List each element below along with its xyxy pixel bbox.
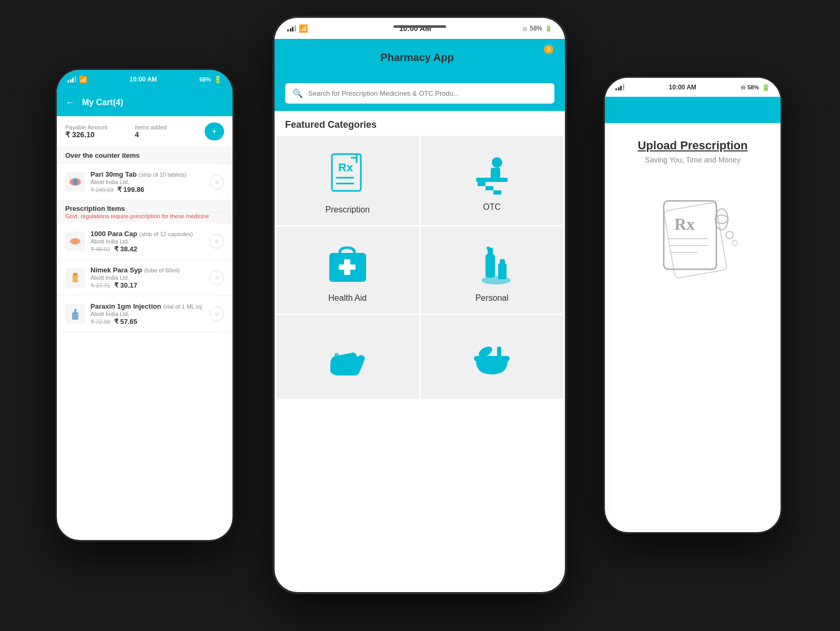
app-title: Pharmacy App (301, 52, 533, 64)
battery-icon: 🔋 (214, 76, 222, 84)
nimek-remove-button[interactable]: ○ (209, 270, 224, 285)
svg-rect-29 (500, 259, 505, 264)
category-otc[interactable]: OTC (421, 136, 564, 225)
cart-button[interactable]: 0 (533, 48, 550, 67)
back-arrow-icon[interactable]: ← (65, 97, 75, 108)
category-pointing[interactable] (276, 315, 419, 399)
para-cap-price: ₹ 48.02 ₹ 38.42 (90, 245, 204, 253)
prescription-section-header: Prescription Items Govt. regulations req… (57, 200, 232, 223)
svg-point-16 (492, 157, 502, 168)
otc-section-header: Over the counter items (57, 147, 232, 164)
right-battery-icon: 🔋 (762, 84, 770, 91)
otc-icon (468, 154, 515, 196)
rx-illustration-icon: Rx (640, 190, 745, 285)
right-signal-icon (615, 84, 624, 90)
nimek-brand: Abott India Ltd. (90, 274, 204, 281)
svg-point-30 (481, 276, 511, 284)
cart-item: Paraxin 1gm Injection (vial of 1 ML inj.… (57, 296, 232, 332)
prescription-warning: Govt. regulations require prescription f… (65, 213, 224, 219)
category-prescription[interactable]: Rx Prescription (276, 136, 419, 225)
cart-item: Pari 30mg Tab (strip of 10 tablets) Abot… (57, 164, 232, 200)
category-health-aid[interactable]: Health Aid (276, 227, 419, 313)
center-status-bar: 📶 10:00 AM ⍾ 58% 🔋 (275, 18, 565, 39)
svg-text:Rx: Rx (674, 215, 695, 233)
app-header: Pharmacy App 0 (275, 39, 565, 76)
pari-remove-button[interactable]: ○ (209, 175, 224, 189)
hamburger-menu-button[interactable] (289, 53, 301, 62)
svg-rect-25 (485, 254, 495, 278)
categories-grid: Rx Prescription (275, 136, 565, 399)
svg-point-9 (544, 59, 546, 62)
left-status-bar: 📶 10:00 AM 58% 🔋 (57, 70, 232, 89)
paraxin-name: Paraxin 1gm Injection (vial of 1 ML inj. (90, 302, 204, 310)
search-icon: 🔍 (292, 88, 303, 98)
wifi-icon: 📶 (79, 76, 87, 84)
right-bluetooth-icon: ⍾ (741, 84, 745, 91)
para-cap-remove-button[interactable]: ○ (209, 234, 224, 249)
add-more-button[interactable]: + (205, 123, 224, 140)
pointing-icon (325, 341, 370, 378)
health-aid-label: Health Aid (328, 293, 367, 303)
otc-section-title: Over the counter items (65, 151, 140, 159)
prescription-label: Prescription (326, 205, 370, 215)
item-image-paraxin (65, 304, 85, 324)
center-battery-icon: 🔋 (545, 25, 552, 32)
right-signal-area (615, 84, 624, 90)
svg-rect-33 (497, 347, 501, 362)
category-personal[interactable]: Personal (421, 227, 564, 313)
cart-header: ← My Cart(4) (57, 89, 232, 116)
left-battery-area: 58% 🔋 (199, 76, 222, 84)
center-wifi-icon: 📶 (299, 24, 308, 33)
payable-value: ₹ 326.10 (65, 130, 135, 139)
right-time: 10:00 AM (669, 84, 696, 91)
item-image-para-cap (65, 231, 85, 251)
svg-rect-20 (493, 190, 501, 195)
cart-item: Nimek Para Syp (tube of 60ml) Abott Indi… (57, 260, 232, 296)
center-phone-screen: 📶 10:00 AM ⍾ 58% 🔋 Pharmacy App (275, 18, 565, 592)
personal-label: Personal (475, 293, 509, 303)
cart-title: My Cart(4) (82, 98, 123, 107)
speaker-bar (393, 25, 446, 28)
rx-illustration-wrapper: Rx (615, 190, 770, 285)
svg-point-42 (715, 215, 728, 223)
svg-rect-6 (74, 309, 76, 313)
center-battery-text: 58% (530, 25, 542, 32)
para-cap-brand: Abott India Ltd. (90, 238, 204, 245)
pari-item-info: Pari 30mg Tab (strip of 10 tablets) Abot… (90, 170, 204, 194)
item-image-nimek (65, 268, 85, 288)
right-battery-text: 58% (747, 84, 759, 90)
svg-rect-21 (491, 168, 500, 178)
upload-title: Upload Prescription (615, 139, 770, 152)
right-status-bar: 10:00 AM ⍾ 58% 🔋 (605, 78, 781, 97)
nimek-name: Nimek Para Syp (tube of 60ml) (90, 266, 204, 274)
category-herbal[interactable] (421, 315, 564, 399)
svg-rect-32 (474, 356, 510, 361)
svg-text:Rx: Rx (338, 161, 353, 174)
center-signal-icon (287, 25, 296, 32)
svg-point-41 (715, 209, 728, 230)
signal-bars-icon (67, 76, 76, 83)
nimek-price: ₹ 37.71 ₹ 30.17 (90, 281, 204, 289)
para-cap-name: 1000 Para Cap (strip of 12 capsules) (90, 230, 204, 238)
paraxin-brand: Abott India Ltd. (90, 311, 204, 317)
svg-point-43 (726, 231, 733, 239)
svg-rect-5 (74, 273, 77, 276)
pari-price: ₹ 249.83 ₹ 199.86 (90, 186, 204, 194)
svg-rect-31 (335, 353, 339, 366)
svg-rect-17 (476, 178, 508, 182)
left-signal-area: 📶 (67, 76, 87, 84)
search-wrapper: 🔍 (275, 76, 565, 111)
paraxin-price: ₹ 72.06 ₹ 57.65 (90, 318, 204, 325)
item-image-pari (65, 172, 85, 192)
pari-name: Pari 30mg Tab (strip of 10 tablets) (90, 170, 204, 178)
right-phone: 10:00 AM ⍾ 58% 🔋 Upload Prescription Sav… (603, 76, 782, 534)
center-signal-area: 📶 (287, 24, 308, 33)
upload-subtitle: Saving You, Time and Money (615, 156, 770, 164)
svg-point-3 (73, 238, 77, 245)
paraxin-remove-button[interactable]: ○ (209, 307, 224, 321)
search-input[interactable] (308, 89, 547, 97)
svg-point-44 (732, 240, 737, 246)
left-time: 10:00 AM (129, 76, 157, 83)
svg-rect-7 (72, 312, 78, 320)
paraxin-info: Paraxin 1gm Injection (vial of 1 ML inj.… (90, 302, 204, 325)
